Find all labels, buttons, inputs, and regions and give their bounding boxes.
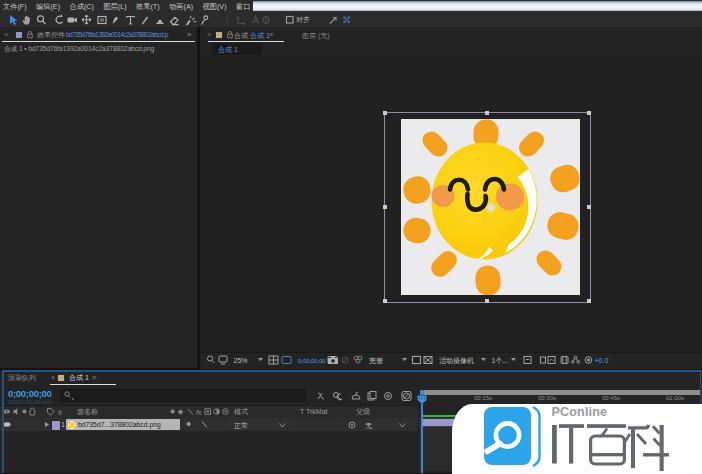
svg-text:fx: fx bbox=[196, 409, 202, 416]
svg-text:#: # bbox=[58, 409, 62, 416]
